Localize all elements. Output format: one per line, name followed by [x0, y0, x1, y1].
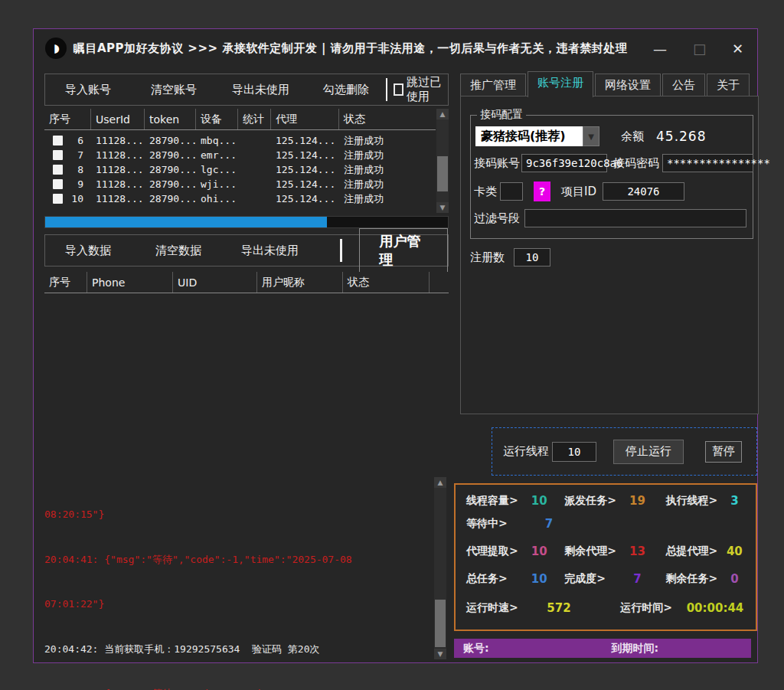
log-line: 20:04:41: {"msg":"等待","code":-1,"time":"…	[44, 552, 431, 567]
stat-value: 7	[529, 517, 569, 531]
col-header[interactable]: 统计	[238, 109, 271, 129]
window-title: 瞩目APP加好友协议 >>> 承接软件定制开发 | 请勿用于非法用途，一切后果与…	[74, 41, 627, 56]
maximize-button[interactable]: □	[693, 41, 706, 57]
col-header[interactable]: 序号	[44, 272, 87, 293]
scroll-down-icon[interactable]: ▼	[436, 202, 449, 213]
scroll-up-icon[interactable]: ▲	[434, 477, 446, 488]
col-header-spacer	[430, 272, 449, 293]
log-scrollbar[interactable]: ▲ ▼	[434, 477, 446, 659]
sms-account-input[interactable]: 9c36f39e120c8a6	[521, 154, 607, 172]
log-output[interactable]: 08:20:15"} 20:04:41: {"msg":"等待","code":…	[44, 477, 431, 659]
app-logo-icon: ◗	[46, 38, 66, 58]
tab-network-settings[interactable]: 网络设置	[595, 74, 661, 97]
export-unused-accounts-button[interactable]: 导出未使用	[221, 74, 300, 105]
col-header[interactable]: UserId	[91, 109, 145, 129]
col-header[interactable]: 代理	[271, 109, 339, 129]
delete-checked-button[interactable]: 勾选删除	[312, 74, 380, 105]
license-account-label: 账号:	[463, 642, 489, 656]
stat-label: 派发任务>	[564, 494, 619, 508]
col-header[interactable]: UID	[173, 272, 257, 293]
account-table-scrollbar[interactable]: ▲ ▼	[436, 109, 449, 213]
stat-label: 执行线程>	[665, 494, 720, 508]
stat-value: 40	[721, 544, 748, 558]
tab-about[interactable]: 关于	[707, 74, 750, 97]
col-header[interactable]: token	[145, 109, 196, 129]
sms-password-input[interactable]: ****************	[662, 154, 753, 172]
stop-run-button[interactable]: 停止运行	[613, 440, 684, 464]
scroll-down-icon[interactable]: ▼	[434, 649, 446, 659]
balance-value: 45.268	[656, 129, 706, 144]
col-header[interactable]: 状态	[343, 272, 430, 293]
close-button[interactable]: ✕	[732, 41, 743, 57]
row-checkbox[interactable]	[53, 150, 63, 160]
scrollbar-thumb[interactable]	[437, 156, 448, 191]
balance-label: 余额	[621, 129, 644, 144]
table-row[interactable]: 6 11128... 28790... mbq... 125.124... 注册…	[44, 133, 436, 148]
col-header[interactable]: 用户昵称	[257, 272, 343, 293]
toolbar-divider	[340, 239, 342, 262]
account-table-header: 序号 UserId token 设备 统计 代理 状态	[44, 109, 436, 130]
checkbox-box[interactable]	[394, 83, 403, 96]
user-table: 序号 Phone UID 用户昵称 状态	[44, 272, 449, 295]
help-button[interactable]: ?	[534, 181, 550, 201]
project-id-input[interactable]: 24076	[603, 182, 684, 201]
clear-data-button[interactable]: 清空数据	[145, 235, 212, 266]
col-header[interactable]: 状态	[339, 109, 436, 129]
register-count-input[interactable]: 10	[514, 248, 550, 267]
pause-button[interactable]: 暂停	[705, 441, 742, 463]
table-row[interactable]: 10 11128... 28790... ohi... 125.124... 注…	[44, 191, 436, 206]
stat-label: 线程容量>	[466, 494, 521, 508]
table-row[interactable]: 8 11128... 28790... lgc... 125.124... 注册…	[44, 162, 436, 177]
import-data-button[interactable]: 导入数据	[54, 235, 122, 266]
tab-announcement[interactable]: 公告	[662, 74, 705, 97]
table-row[interactable]: 7 11128... 28790... emr... 125.124... 注册…	[44, 148, 436, 162]
filter-segment-label: 过滤号段	[474, 211, 520, 226]
register-count-label: 注册数	[470, 250, 505, 265]
tab-account-register[interactable]: 账号注册	[528, 71, 593, 97]
stat-label: 完成度>	[564, 572, 619, 586]
clear-accounts-button[interactable]: 清空账号	[140, 74, 207, 105]
stat-label: 运行时间>	[620, 601, 682, 615]
log-line: 08:20:15"}	[44, 507, 431, 522]
data-toolbar: 导入数据 清空数据 导出未使用 用户管理	[44, 234, 449, 267]
account-table: 序号 UserId token 设备 统计 代理 状态 6 11128... 2…	[44, 109, 449, 213]
account-toolbar: 导入账号 清空账号 导出未使用 勾选删除 跳过已使用	[44, 74, 449, 106]
row-checkbox[interactable]	[53, 194, 63, 204]
scrollbar-thumb[interactable]	[435, 600, 446, 647]
sms-account-label: 接码账号	[474, 156, 520, 171]
skip-used-checkbox[interactable]: 跳过已使用	[394, 75, 448, 104]
app-window: ◗ 瞩目APP加好友协议 >>> 承接软件定制开发 | 请勿用于非法用途，一切后…	[33, 28, 758, 663]
row-checkbox[interactable]	[53, 136, 63, 146]
row-checkbox[interactable]	[53, 165, 63, 175]
export-unused-data-button[interactable]: 导出未使用	[230, 235, 309, 266]
filter-segment-input[interactable]	[524, 209, 746, 227]
user-management-button[interactable]: 用户管理	[359, 228, 448, 273]
thread-count-input[interactable]: 10	[552, 442, 596, 462]
tab-bar: 推广管理 账号注册 网络设置 公告 关于	[460, 71, 750, 97]
stat-label: 等待中>	[466, 517, 529, 531]
col-header[interactable]: 设备	[196, 109, 238, 129]
sms-provider-select[interactable]: 豪猪接码(推荐)	[475, 126, 583, 146]
toolbar-divider	[386, 78, 387, 101]
thread-count-label: 运行线程	[503, 444, 549, 459]
card-type-input[interactable]	[500, 182, 523, 201]
row-checkbox[interactable]	[53, 179, 63, 189]
tab-promotion[interactable]: 推广管理	[460, 74, 526, 97]
status-cell: 注册成功	[339, 149, 436, 162]
stat-value: 00:00:44	[682, 601, 748, 615]
status-cell: 注册成功	[339, 163, 436, 177]
col-header[interactable]: Phone	[87, 272, 173, 293]
stats-panel: 线程容量> 10 派发任务> 19 执行线程> 3 等待中> 7 代理提取> 1…	[454, 483, 757, 631]
progress-bar	[44, 216, 449, 228]
col-header[interactable]: 序号	[44, 109, 91, 129]
minimize-button[interactable]: —	[653, 41, 667, 57]
skip-used-label: 跳过已使用	[407, 75, 448, 104]
chevron-down-icon[interactable]: ▼	[583, 126, 599, 146]
table-row[interactable]: 9 11128... 28790... wji... 125.124... 注册…	[44, 177, 436, 191]
sms-config-groupbox: 接码配置 豪猪接码(推荐) ▼ 余额 45.268 接码账号 9c36f39e1…	[470, 115, 753, 239]
import-accounts-button[interactable]: 导入账号	[54, 74, 122, 105]
status-cell: 注册成功	[339, 134, 436, 148]
log-line: 20:04:42: {"msg":"等待","code":-1,"time":"…	[44, 686, 431, 690]
sms-password-label: 接码密码	[613, 156, 659, 171]
scroll-up-icon[interactable]: ▲	[436, 109, 449, 119]
